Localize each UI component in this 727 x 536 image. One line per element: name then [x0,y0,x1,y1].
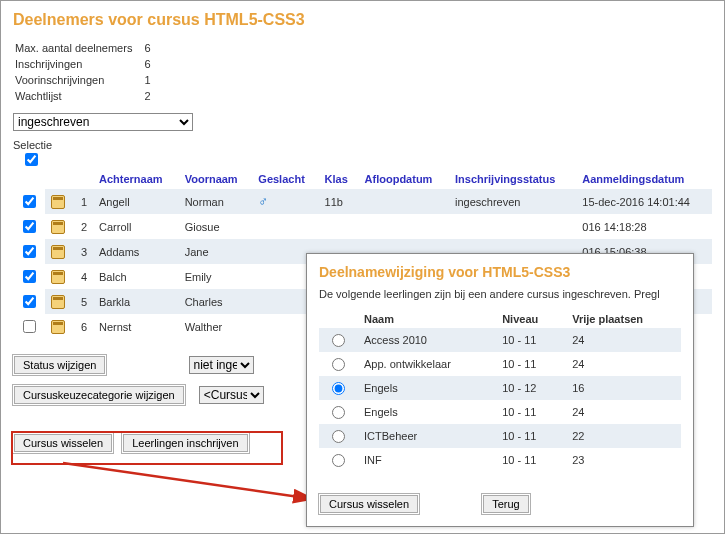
dialog-option-level: 10 - 11 [494,328,564,352]
dialog-option-free: 24 [564,400,681,424]
category-change-button[interactable]: Cursuskeuzecategorie wijzigen [14,386,184,404]
row-index: 6 [71,314,93,339]
calendar-icon[interactable] [51,220,65,234]
dialog-option-free: 24 [564,328,681,352]
dialog-option-radio[interactable] [332,430,345,443]
dialog-option-name: Access 2010 [356,328,494,352]
dialog-option-level: 10 - 12 [494,376,564,400]
col-status[interactable]: Inschrijvingsstatus [449,169,576,189]
dialog-option-row: ICTBeheer10 - 1122 [319,424,681,448]
row-lastname: Angell [93,189,179,214]
row-checkbox[interactable] [23,195,36,208]
row-firstname: Walther [179,314,253,339]
row-index: 2 [71,214,93,239]
row-expiry [359,214,449,239]
stat-pre-label: Voorinschrijvingen [15,73,138,87]
male-icon: ♂ [258,194,268,209]
dialog-option-level: 10 - 11 [494,352,564,376]
row-index: 1 [71,189,93,214]
dialog-options-table: Naam Niveau Vrije plaatsen Access 201010… [319,310,681,472]
dialog-option-name: App. ontwikkelaar [356,352,494,376]
col-lastname[interactable]: Achternaam [93,169,179,189]
row-gender: ♂ [252,189,318,214]
status-select[interactable]: niet inges [189,356,254,374]
row-checkbox[interactable] [23,220,36,233]
dialog-option-row: Access 201010 - 1124 [319,328,681,352]
dialog-option-radio[interactable] [332,406,345,419]
stat-max-label: Max. aantal deelnemers [15,41,138,55]
dialog-option-radio[interactable] [332,382,345,395]
filter-select[interactable]: ingeschreven [13,113,193,131]
dialog-option-level: 10 - 11 [494,448,564,472]
row-lastname: Nernst [93,314,179,339]
row-checkbox[interactable] [23,295,36,308]
row-regdate: 15-dec-2016 14:01:44 [576,189,712,214]
stat-wait-label: Wachtlijst [15,89,138,103]
dialog-option-level: 10 - 11 [494,424,564,448]
row-checkbox[interactable] [23,245,36,258]
row-class [319,214,359,239]
row-expiry [359,189,449,214]
dialog-option-name: INF [356,448,494,472]
col-gender[interactable]: Geslacht [252,169,318,189]
dialog-option-name: Engels [356,400,494,424]
stat-insc-label: Inschrijvingen [15,57,138,71]
dialog-option-row: App. ontwikkelaar10 - 1124 [319,352,681,376]
row-lastname: Addams [93,239,179,264]
row-status [449,214,576,239]
dialog-col-free: Vrije plaatsen [564,310,681,328]
calendar-icon[interactable] [51,270,65,284]
row-checkbox[interactable] [23,320,36,333]
dialog-col-level: Niveau [494,310,564,328]
status-change-button[interactable]: Status wijzigen [14,356,105,374]
col-firstname[interactable]: Voornaam [179,169,253,189]
dialog-option-row: Engels10 - 1216 [319,376,681,400]
dialog-back-button[interactable]: Terug [483,495,529,513]
col-class[interactable]: Klas [319,169,359,189]
dialog-swap-button[interactable]: Cursus wisselen [320,495,418,513]
row-regdate: 016 14:18:28 [576,214,712,239]
row-lastname: Barkla [93,289,179,314]
category-select[interactable]: <Cursusk [199,386,264,404]
dialog-option-free: 24 [564,352,681,376]
dialog-option-row: INF10 - 1123 [319,448,681,472]
dialog-option-free: 16 [564,376,681,400]
select-all-checkbox[interactable] [25,153,38,166]
calendar-icon[interactable] [51,245,65,259]
row-status: ingeschreven [449,189,576,214]
stat-wait-val: 2 [140,89,156,103]
course-change-dialog: Deelnamewijziging voor HTML5-CSS3 De vol… [306,253,694,527]
calendar-icon[interactable] [51,195,65,209]
row-checkbox[interactable] [23,270,36,283]
dialog-col-name: Naam [356,310,494,328]
dialog-option-free: 23 [564,448,681,472]
dialog-option-radio[interactable] [332,334,345,347]
row-firstname: Charles [179,289,253,314]
dialog-option-name: Engels [356,376,494,400]
row-firstname: Emily [179,264,253,289]
row-index: 3 [71,239,93,264]
dialog-option-free: 22 [564,424,681,448]
page-title: Deelnemers voor cursus HTML5-CSS3 [13,11,712,29]
row-index: 5 [71,289,93,314]
stats-table: Max. aantal deelnemers6 Inschrijvingen6 … [13,39,159,105]
col-regdate[interactable]: Aanmeldingsdatum [576,169,712,189]
table-row: 1AngellNorman♂11bingeschreven15-dec-2016… [13,189,712,214]
row-lastname: Balch [93,264,179,289]
dialog-option-radio[interactable] [332,358,345,371]
row-lastname: Carroll [93,214,179,239]
dialog-option-radio[interactable] [332,454,345,467]
table-row: 2CarrollGiosue016 14:18:28 [13,214,712,239]
enroll-button[interactable]: Leerlingen inschrijven [123,434,247,452]
stat-max-val: 6 [140,41,156,55]
dialog-option-row: Engels10 - 1124 [319,400,681,424]
course-swap-button[interactable]: Cursus wisselen [14,434,112,452]
svg-line-0 [63,463,313,499]
dialog-message: De volgende leerlingen zijn bij een ande… [319,288,681,300]
arrow-annotation [63,451,343,521]
row-index: 4 [71,264,93,289]
col-expiry[interactable]: Afloopdatum [359,169,449,189]
calendar-icon[interactable] [51,295,65,309]
row-firstname: Jane [179,239,253,264]
calendar-icon[interactable] [51,320,65,334]
